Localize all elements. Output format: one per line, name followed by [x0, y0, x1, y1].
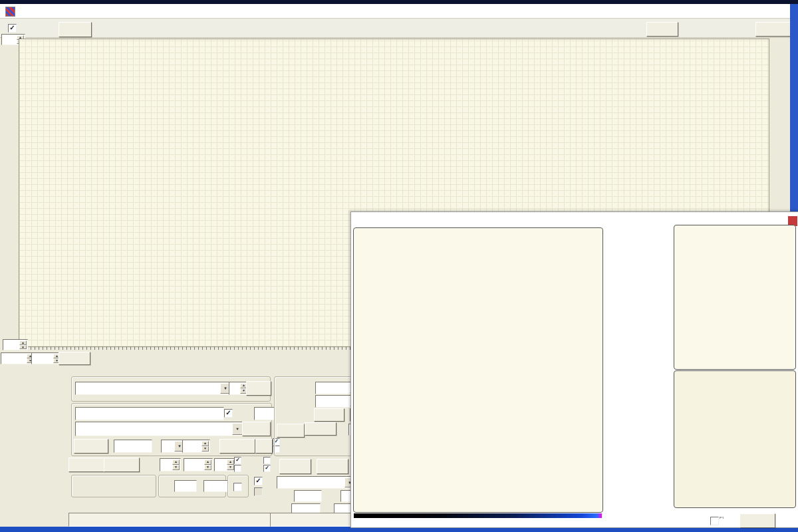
spinner-arrows-icon[interactable]: ▲▼ — [204, 460, 211, 470]
freqstep-radios — [76, 483, 152, 492]
auto-sr-checkbox[interactable] — [233, 483, 242, 491]
feed-report-window — [350, 211, 798, 528]
sm3-checkbox[interactable]: ✓ — [234, 457, 241, 464]
show-iq-checkbox[interactable] — [254, 487, 263, 496]
code-field[interactable] — [254, 407, 275, 420]
modulation-chart — [674, 225, 796, 370]
frequency-field[interactable] — [114, 440, 152, 453]
phase-auto-checkbox[interactable] — [710, 517, 719, 525]
autosize-button[interactable] — [59, 352, 90, 365]
transponder-combobox[interactable]: ▼ — [75, 422, 244, 436]
satellite-name-field[interactable] — [75, 407, 224, 420]
save-button[interactable] — [646, 22, 678, 37]
finetune-button[interactable] — [305, 422, 336, 436]
title-checkbox[interactable]: ✓ — [224, 409, 233, 418]
desktop-edge-right — [790, 4, 798, 211]
device-combobox[interactable]: ▼ — [75, 382, 232, 395]
load-button[interactable] — [317, 459, 348, 474]
dynamical-button[interactable] — [68, 458, 104, 472]
snr-button[interactable] — [255, 439, 273, 454]
blindscan-button[interactable] — [59, 22, 92, 37]
feed-report-button[interactable] — [74, 439, 108, 454]
spinner-arrows-icon[interactable]: ▲▼ — [227, 460, 234, 470]
cleantransp-button[interactable] — [755, 22, 792, 37]
position-button[interactable] — [314, 408, 344, 422]
set-channel-button[interactable] — [219, 439, 255, 454]
calibr-checkbox[interactable] — [263, 457, 271, 464]
chevron-down-icon[interactable]: ▼ — [232, 423, 243, 435]
spinner-arrows-icon[interactable]: ▲▼ — [201, 441, 209, 452]
avg-spinner[interactable]: ▲▼ — [160, 458, 181, 471]
paint-button[interactable] — [279, 459, 311, 474]
toolbar-toggles — [681, 21, 755, 37]
status-right — [270, 513, 358, 527]
constellation-panel — [353, 227, 603, 513]
modulation-svg — [674, 225, 795, 369]
start-freq-spinner[interactable]: ▲▼ — [1, 352, 35, 364]
constellation-canvas — [354, 228, 600, 510]
sm9-checkbox[interactable] — [234, 465, 241, 472]
auto-checkbox[interactable]: ✓ — [8, 24, 17, 33]
level-colorbar — [354, 513, 602, 518]
level-min-spinner[interactable]: ▲▼ — [3, 339, 28, 350]
open-list-button[interactable] — [242, 422, 271, 436]
spinner-arrows-icon[interactable]: ▲▼ — [172, 460, 180, 470]
s-spinner[interactable]: ▲▼ — [214, 458, 235, 471]
start-button[interactable] — [246, 381, 271, 396]
app-window: ✓ ▲▼ ▲▼ ▲▼ ▲▼ ▼ ▲▼ — [0, 0, 798, 532]
min-field[interactable] — [174, 480, 197, 492]
phase-save-button[interactable] — [739, 513, 775, 528]
noise-checkbox[interactable]: ✓ — [263, 465, 271, 472]
phase-canvas — [674, 371, 793, 505]
phase-auto-label — [720, 517, 724, 518]
fmin-field[interactable] — [294, 490, 322, 502]
signal-params-panel — [604, 228, 673, 231]
spectrum-button[interactable] — [104, 458, 140, 472]
usals-button[interactable] — [277, 424, 305, 438]
spinner-arrows-icon[interactable]: ▲▼ — [19, 340, 27, 349]
span-spinner[interactable]: ▲▼ — [31, 352, 62, 364]
band-combobox[interactable]: ▼ — [277, 476, 356, 489]
symbolrate-spinner[interactable]: ▲▼ — [182, 440, 210, 453]
titlebar — [0, 4, 790, 19]
app-icon — [5, 7, 15, 17]
n-spinner[interactable]: ▲▼ — [184, 458, 213, 471]
status-left — [68, 513, 277, 527]
clear-loop-checkbox[interactable]: ✓ — [254, 477, 263, 485]
phase-chart — [674, 370, 796, 508]
max-field[interactable] — [203, 480, 229, 492]
